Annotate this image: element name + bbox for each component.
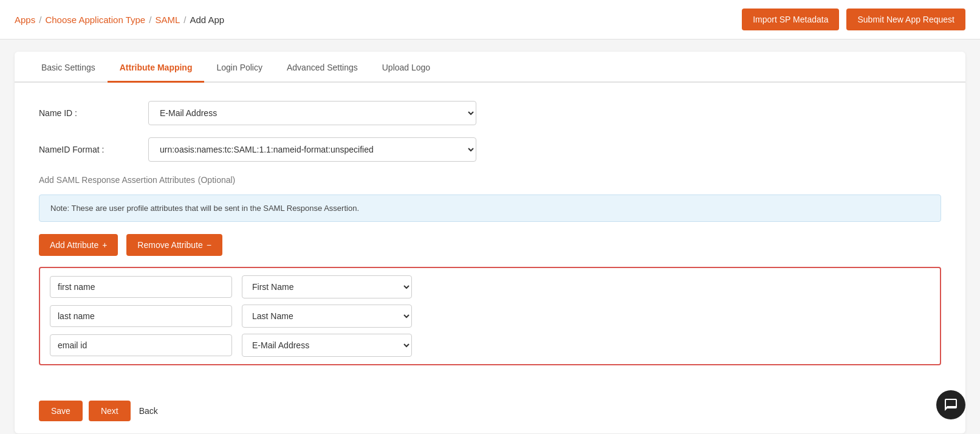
note-text: Note: These are user profile attributes … [50, 204, 359, 213]
remove-attribute-label: Remove Attribute [137, 240, 202, 250]
bottom-buttons: Save Next Back [15, 392, 965, 433]
breadcrumb-apps[interactable]: Apps [15, 15, 35, 25]
breadcrumb-sep-1: / [39, 15, 41, 25]
chat-icon-button[interactable] [936, 390, 965, 419]
add-attribute-label: Add Attribute [50, 240, 98, 250]
breadcrumb-sep-3: / [183, 15, 186, 25]
breadcrumb: Apps / Choose Application Type / SAML / … [15, 15, 224, 25]
submit-new-app-request-button[interactable]: Submit New App Request [846, 9, 965, 30]
chat-icon [944, 398, 958, 412]
main-card: Basic Settings Attribute Mapping Login P… [15, 52, 965, 433]
saml-title-text: Add SAML Response Assertion Attributes [39, 175, 195, 185]
save-button[interactable]: Save [39, 401, 83, 421]
note-box: Note: These are user profile attributes … [39, 195, 941, 222]
attribute-input-2[interactable] [50, 305, 232, 327]
tabs: Basic Settings Attribute Mapping Login P… [15, 52, 965, 83]
nameid-format-label: NameID Format : [39, 145, 136, 154]
form-area: Name ID : E-Mail Address Username Phone … [15, 83, 965, 392]
attribute-row-2: First Name Last Name E-Mail Address User… [50, 305, 930, 328]
plus-icon: + [102, 240, 107, 250]
saml-section-title: Add SAML Response Assertion Attributes (… [39, 174, 941, 186]
header: Apps / Choose Application Type / SAML / … [0, 0, 980, 40]
next-button[interactable]: Next [89, 401, 131, 421]
attribute-input-3[interactable] [50, 334, 232, 356]
attribute-rows-container: First Name Last Name E-Mail Address User… [39, 267, 941, 365]
tab-basic-settings[interactable]: Basic Settings [29, 52, 108, 83]
tab-login-policy[interactable]: Login Policy [204, 52, 275, 83]
attribute-select-3[interactable]: First Name Last Name E-Mail Address User… [242, 334, 412, 357]
name-id-row: Name ID : E-Mail Address Username Phone [39, 101, 941, 125]
name-id-select[interactable]: E-Mail Address Username Phone [148, 101, 476, 125]
import-sp-metadata-button[interactable]: Import SP Metadata [742, 9, 839, 30]
breadcrumb-add-app: Add App [190, 15, 224, 25]
header-buttons: Import SP Metadata Submit New App Reques… [742, 9, 965, 30]
breadcrumb-choose-app-type[interactable]: Choose Application Type [45, 15, 145, 25]
attribute-input-1[interactable] [50, 276, 232, 298]
nameid-format-select[interactable]: urn:oasis:names:tc:SAML:1.1:nameid-forma… [148, 137, 476, 162]
saml-optional-text: (Optional) [198, 175, 235, 185]
attribute-buttons: Add Attribute + Remove Attribute − [39, 234, 941, 256]
attribute-select-1[interactable]: First Name Last Name E-Mail Address User… [242, 275, 412, 298]
attribute-row-1: First Name Last Name E-Mail Address User… [50, 275, 930, 298]
name-id-label: Name ID : [39, 108, 136, 118]
breadcrumb-saml[interactable]: SAML [155, 15, 180, 25]
attribute-select-2[interactable]: First Name Last Name E-Mail Address User… [242, 305, 412, 328]
breadcrumb-sep-2: / [149, 15, 151, 25]
remove-attribute-button[interactable]: Remove Attribute − [126, 234, 222, 256]
nameid-format-row: NameID Format : urn:oasis:names:tc:SAML:… [39, 137, 941, 162]
attribute-row-3: First Name Last Name E-Mail Address User… [50, 334, 930, 357]
minus-icon: − [207, 240, 211, 250]
tab-upload-logo[interactable]: Upload Logo [370, 52, 442, 83]
tab-attribute-mapping[interactable]: Attribute Mapping [108, 52, 205, 83]
add-attribute-button[interactable]: Add Attribute + [39, 234, 118, 256]
back-button[interactable]: Back [137, 401, 160, 421]
tab-advanced-settings[interactable]: Advanced Settings [275, 52, 370, 83]
